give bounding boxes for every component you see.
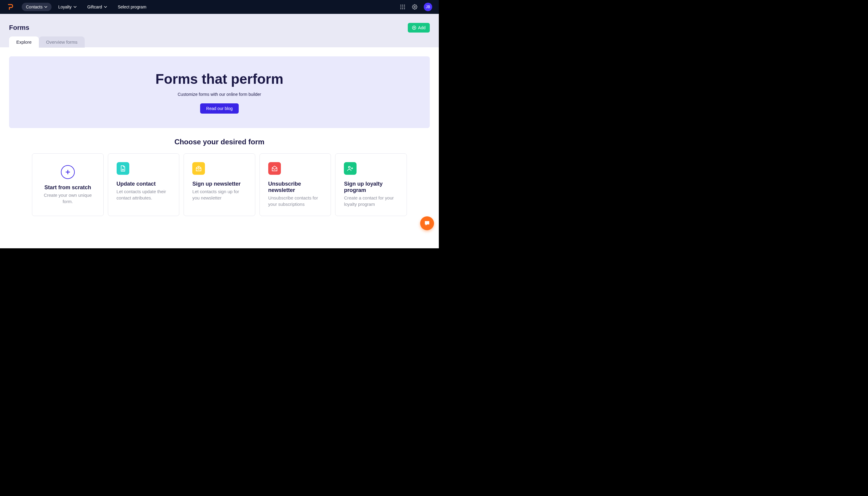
chevron-down-icon — [104, 5, 107, 9]
plus-circle-icon — [61, 165, 75, 179]
svg-point-2 — [404, 4, 405, 5]
nav-label: Contacts — [26, 4, 43, 9]
tabs: Explore Overview forms — [9, 36, 430, 48]
svg-point-11 — [348, 166, 350, 168]
nav-label: Giftcard — [88, 4, 102, 9]
nav-giftcard[interactable]: Giftcard — [83, 3, 111, 11]
add-button-label: Add — [418, 25, 425, 30]
tab-explore[interactable]: Explore — [9, 36, 39, 48]
svg-point-8 — [404, 8, 405, 9]
chevron-down-icon — [44, 5, 47, 9]
svg-point-4 — [402, 6, 403, 7]
settings-icon[interactable] — [410, 2, 420, 12]
chat-bubble[interactable] — [420, 216, 434, 230]
page-title: Forms — [9, 24, 29, 32]
hero-subtitle: Customize forms with our online form bui… — [16, 92, 422, 97]
svg-point-6 — [400, 8, 401, 9]
mail-open-icon — [268, 162, 281, 175]
card-title: Update contact — [117, 181, 171, 187]
read-blog-button[interactable]: Read our blog — [200, 103, 239, 113]
card-desc: Let contacts update their contact attrib… — [117, 188, 171, 201]
nav-contacts[interactable]: Contacts — [22, 3, 51, 11]
svg-point-1 — [402, 4, 403, 5]
hero: Forms that perform Customize forms with … — [9, 56, 430, 128]
card-title: Start from scratch — [44, 184, 91, 191]
mail-open-icon — [192, 162, 205, 175]
document-icon — [117, 162, 129, 175]
card-signup-newsletter[interactable]: Sign up newsletter Let contacts sign up … — [184, 153, 255, 216]
avatar[interactable]: JB — [424, 3, 432, 11]
card-desc: Let contacts sign up for you newsletter — [192, 188, 247, 201]
card-title: Sign up loyalty program — [344, 181, 398, 193]
logo — [6, 3, 14, 11]
section-title: Choose your desired form — [9, 138, 430, 146]
svg-point-5 — [404, 6, 405, 7]
svg-point-9 — [414, 6, 416, 8]
card-desc: Create your own unique form. — [41, 192, 95, 205]
tab-overview-forms[interactable]: Overview forms — [39, 36, 85, 48]
add-button[interactable]: Add — [408, 23, 430, 33]
svg-point-3 — [400, 6, 401, 7]
nav-select-program[interactable]: Select program — [114, 3, 151, 11]
card-title: Unsubscribe newsletter — [268, 181, 323, 193]
chevron-down-icon — [74, 5, 77, 9]
nav-label: Loyalty — [58, 4, 72, 9]
card-title: Sign up newsletter — [192, 181, 247, 187]
apps-icon[interactable] — [398, 2, 407, 12]
chat-icon — [424, 220, 430, 227]
card-desc: Create a contact for your loyalty progra… — [344, 195, 398, 207]
card-grid: Start from scratch Create your own uniqu… — [9, 153, 430, 216]
card-update-contact[interactable]: Update contact Let contacts update their… — [108, 153, 180, 216]
nav-label: Select program — [118, 4, 146, 9]
svg-point-7 — [402, 8, 403, 9]
svg-point-0 — [400, 4, 401, 5]
card-unsubscribe-newsletter[interactable]: Unsubscribe newsletter Unsubscribe conta… — [260, 153, 331, 216]
content: Forms that perform Customize forms with … — [0, 47, 439, 248]
subheader: Forms Add Explore Overview forms — [0, 14, 439, 47]
nav-loyalty[interactable]: Loyalty — [54, 3, 80, 11]
card-signup-loyalty[interactable]: Sign up loyalty program Create a contact… — [335, 153, 407, 216]
user-plus-icon — [344, 162, 357, 175]
plus-circle-icon — [412, 26, 416, 30]
card-desc: Unsubscribe contacts for your subscripti… — [268, 195, 323, 207]
card-start-from-scratch[interactable]: Start from scratch Create your own uniqu… — [32, 153, 104, 216]
topbar: Contacts Loyalty Giftcard Select program — [0, 0, 439, 14]
hero-title: Forms that perform — [16, 71, 422, 87]
